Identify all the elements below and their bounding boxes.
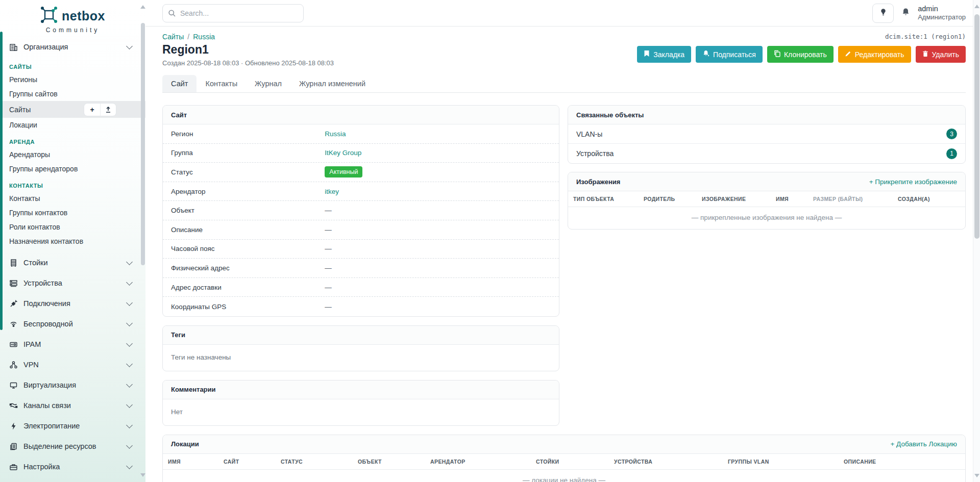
column-header[interactable]: ИЗОБРАЖЕНИЕ — [702, 196, 776, 202]
sidebar-item-circuits[interactable]: Каналы связи — [0, 395, 145, 416]
group-link[interactable]: ItKey Group — [325, 149, 361, 157]
button-label: Закладка — [653, 50, 684, 59]
row-label: Физический адрес — [171, 264, 325, 272]
sites-quick-actions: + — [84, 104, 116, 116]
page-scrollbar[interactable] — [973, 0, 980, 482]
tenant-link[interactable]: itkey — [325, 188, 339, 195]
edit-button[interactable]: Редактировать — [838, 46, 911, 63]
sidebar-item-label: Группы арендаторов — [9, 165, 78, 173]
page-scroll-thumb[interactable] — [974, 14, 979, 239]
sidebar-item-customization[interactable]: Настройка — [0, 456, 145, 477]
related-vlans-row[interactable]: VLAN-ы 3 — [568, 124, 965, 144]
region-link[interactable]: Russia — [325, 130, 346, 138]
action-buttons: Закладка Подписаться — [637, 46, 966, 63]
locations-table-header: ИМЯ САЙТ СТАТУС ОБЪЕКТ АРЕНДАТОР СТОЙКИ … — [163, 454, 965, 470]
breadcrumb: Сайты/Russia — [162, 33, 215, 41]
add-location-link[interactable]: + Добавить Локацию — [890, 440, 957, 448]
sidebar-item-racks[interactable]: Стойки — [0, 252, 145, 273]
sidebar-item-connections[interactable]: Подключения — [0, 293, 145, 314]
sidebar-item-site-groups[interactable]: Группы сайтов — [0, 87, 145, 101]
column-header[interactable]: УСТРОЙСТВА — [614, 459, 728, 465]
sidebar-item-tenant-groups[interactable]: Группы арендаторов — [0, 162, 145, 176]
column-header[interactable]: СТАТУС — [281, 459, 358, 465]
column-header[interactable]: ОБЪЕКТ — [358, 459, 430, 465]
circuit-icon — [9, 401, 18, 410]
column-header[interactable]: РАЗМЕР (БАЙТЫ) — [813, 196, 898, 202]
button-label: Редактировать — [855, 50, 904, 59]
row-label: Часовой пояс — [171, 245, 325, 252]
tab-contacts[interactable]: Контакты — [197, 75, 246, 92]
user-menu[interactable]: admin Администратор — [918, 4, 966, 21]
images-empty-text: — прикрепленные изображения не найдена — — [568, 207, 965, 229]
sidebar-item-contacts[interactable]: Контакты — [0, 191, 145, 206]
scroll-up-arrow[interactable] — [140, 5, 145, 9]
column-header[interactable]: САЙТ — [224, 459, 281, 465]
comments-card: Комментарии Нет — [162, 380, 559, 426]
tab-site[interactable]: Сайт — [162, 75, 197, 92]
sidebar-item-power[interactable]: Электропитание — [0, 416, 145, 436]
sidebar-item-label: Виртуализация — [23, 381, 127, 389]
sidebar-item-tenants[interactable]: Арендаторы — [0, 147, 145, 162]
breadcrumb-link-sites[interactable]: Сайты — [162, 33, 184, 41]
card-title: Сайт — [171, 111, 187, 119]
subscribe-button[interactable]: Подписаться — [696, 46, 763, 63]
column-header[interactable]: ИМЯ — [168, 459, 224, 465]
left-column: Сайт Регион Russia Группа ItKey Group Ст… — [162, 105, 559, 426]
username: admin — [918, 4, 966, 13]
column-header[interactable]: ТИП ОБЪЕКТА — [573, 196, 644, 202]
sidebar-item-regions[interactable]: Регионы — [0, 72, 145, 87]
table-row: Арендатор itkey — [163, 182, 559, 201]
sidebar: netbox Community Организация САЙТЫ Регио… — [0, 0, 145, 482]
scroll-down-arrow[interactable] — [974, 474, 979, 477]
scroll-up-arrow[interactable] — [974, 5, 979, 8]
sidebar-item-ipam[interactable]: IPAM — [0, 334, 145, 354]
column-header[interactable]: ОПИСАНИЕ — [844, 459, 960, 465]
column-header[interactable]: СОЗДАН(А) — [898, 196, 960, 202]
column-header[interactable]: РОДИТЕЛЬ — [644, 196, 702, 202]
sidebar-item-contact-roles[interactable]: Роли контактов — [0, 220, 145, 234]
chevron-down-icon — [126, 381, 133, 388]
sidebar-item-label: Подключения — [23, 299, 127, 308]
pencil-icon — [845, 50, 851, 59]
sidebar-item-contact-assignments[interactable]: Назначения контактов — [0, 234, 145, 248]
sidebar-item-organization[interactable]: Организация — [0, 37, 145, 57]
scroll-down-arrow[interactable] — [140, 473, 145, 477]
sidebar-item-contact-groups[interactable]: Группы контактов — [0, 206, 145, 220]
column-header[interactable]: АРЕНДАТОР — [430, 459, 536, 465]
sidebar-section-tenancy: АРЕНДА — [0, 139, 145, 145]
notifications-bell-icon[interactable] — [901, 7, 911, 19]
search-input[interactable] — [162, 4, 304, 22]
title-block: Region1 Создан 2025-08-18 08:03 · Обновл… — [162, 43, 334, 67]
column-header[interactable]: ИМЯ — [776, 196, 813, 202]
sidebar-item-virtualization[interactable]: Виртуализация — [0, 375, 145, 395]
sidebar-item-provisioning[interactable]: Выделение ресурсов — [0, 436, 145, 456]
chevron-down-icon — [126, 259, 133, 265]
row-label: Объект — [171, 207, 325, 214]
sidebar-item-vpn[interactable]: VPN — [0, 354, 145, 375]
column-header[interactable]: СТОЙКИ — [536, 459, 614, 465]
delete-button[interactable]: Удалить — [916, 46, 966, 63]
column-header[interactable]: ГРУППЫ VLAN — [728, 459, 844, 465]
breadcrumb-link-russia[interactable]: Russia — [193, 33, 215, 41]
sidebar-item-locations[interactable]: Локации — [0, 118, 145, 132]
add-site-button[interactable]: + — [84, 104, 100, 116]
tab-changelog[interactable]: Журнал изменений — [290, 75, 374, 92]
sidebar-scrollbar[interactable] — [140, 0, 145, 482]
chevron-down-icon — [126, 279, 133, 286]
tab-journal[interactable]: Журнал — [246, 75, 290, 92]
status-badge: Активный — [325, 166, 362, 177]
theme-toggle-button[interactable] — [872, 4, 894, 23]
sidebar-item-devices[interactable]: Устройства — [0, 273, 145, 293]
trash-icon — [922, 50, 928, 59]
import-site-button[interactable] — [100, 104, 116, 116]
attach-image-link[interactable]: + Прикрепите изображение — [869, 178, 957, 186]
sidebar-item-wireless[interactable]: Беспроводной — [0, 314, 145, 334]
related-devices-row[interactable]: Устройства 1 — [568, 144, 965, 163]
clone-button[interactable]: Клонировать — [767, 46, 834, 63]
netbox-app: netbox Community Организация САЙТЫ Регио… — [0, 0, 980, 482]
row-label: Регион — [171, 130, 325, 138]
logo[interactable]: netbox Community — [0, 0, 145, 34]
sidebar-scroll-thumb[interactable] — [141, 23, 145, 265]
sidebar-item-sites[interactable]: Сайты + — [0, 101, 145, 118]
bookmark-button[interactable]: Закладка — [637, 46, 691, 63]
